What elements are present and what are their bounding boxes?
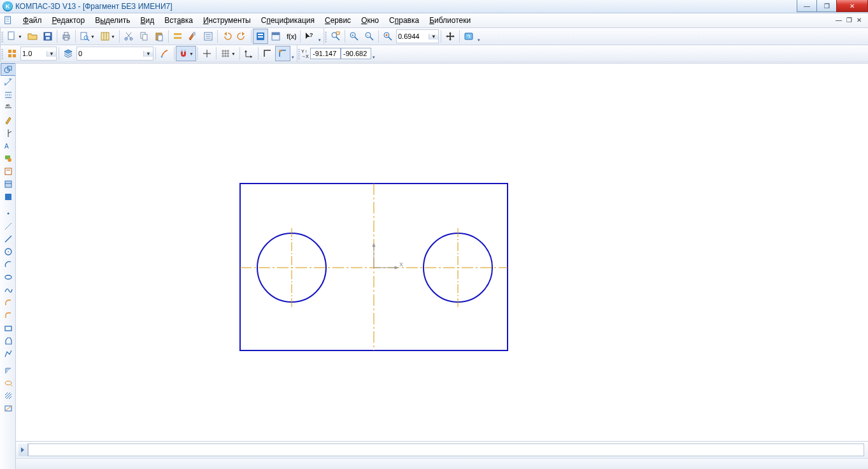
menu-view[interactable]: Вид (136, 15, 160, 26)
menu-select[interactable]: Выделить (90, 15, 135, 26)
save-button[interactable] (40, 29, 55, 44)
panel-toggle-button[interactable] (18, 444, 28, 456)
new-document-button[interactable]: ▼ (4, 29, 25, 44)
toolbar-overflow-2[interactable]: ▾ (476, 29, 481, 44)
refresh-button[interactable] (461, 29, 476, 44)
undo-button[interactable] (219, 29, 234, 44)
library-button[interactable]: ▼ (97, 29, 118, 44)
ortho-all-button[interactable] (199, 46, 215, 61)
coord-y-input[interactable] (341, 48, 371, 59)
tool-line-button[interactable] (1, 233, 16, 245)
drawing-canvas[interactable]: X (16, 63, 868, 441)
mdi-document-icon[interactable] (3, 15, 14, 26)
coord-x-input[interactable] (310, 48, 341, 59)
preview-button[interactable]: ▼ (77, 29, 97, 44)
zoom-selected-button[interactable] (380, 29, 395, 44)
manager-button[interactable] (253, 29, 268, 44)
paste-button[interactable] (152, 29, 167, 44)
ortho-button[interactable] (260, 46, 275, 61)
side-measure-button[interactable]: A (1, 140, 16, 152)
zoom-combo[interactable]: ▼ (396, 29, 439, 43)
layer-combo[interactable]: ▼ (76, 47, 153, 61)
toolbar-overflow-1[interactable]: ▾ (317, 29, 322, 44)
copy-props-button[interactable] (185, 29, 201, 44)
cut-button[interactable] (121, 29, 136, 44)
command-input[interactable] (28, 444, 864, 456)
redo-button[interactable] (234, 29, 250, 44)
variables-panel-button[interactable] (268, 29, 283, 44)
round-button[interactable] (275, 46, 290, 61)
menu-file[interactable]: Файл (18, 15, 47, 26)
tool-ellipse-button[interactable] (1, 271, 16, 284)
zoom-value-input[interactable] (397, 31, 429, 41)
zoom-box-button[interactable] (328, 29, 343, 44)
toolbar-overflow-4[interactable]: ▾ (371, 46, 376, 61)
axis-x-label: X (399, 261, 403, 268)
side-select-button[interactable] (1, 152, 16, 165)
layer-input[interactable] (77, 48, 143, 59)
window-controls: — ❐ ✕ (797, 0, 868, 12)
side-param-button[interactable] (1, 127, 16, 140)
tool-chamfer-button[interactable] (1, 296, 16, 309)
linewidth-combo[interactable]: ▼ (20, 47, 57, 61)
side-dimensions-button[interactable] (1, 76, 16, 89)
side-geometry-button[interactable] (1, 63, 16, 76)
tool-gather-button[interactable] (1, 402, 16, 415)
grid-button[interactable]: ▼ (218, 46, 238, 61)
tool-spline-button[interactable] (1, 284, 16, 296)
zoom-in-button[interactable]: + (346, 29, 362, 44)
print-button[interactable] (59, 29, 74, 44)
help-cursor-button[interactable]: ? (302, 29, 317, 44)
tool-equi-button[interactable] (1, 364, 16, 377)
menu-editor[interactable]: Редактор (47, 15, 90, 26)
window-close-button[interactable]: ✕ (836, 0, 868, 12)
menu-tools[interactable]: Инструменты (198, 15, 256, 26)
window-minimize-button[interactable]: — (797, 0, 817, 12)
tool-contour-button[interactable] (1, 347, 16, 360)
mdi-close-button[interactable]: ✕ (854, 15, 864, 24)
tool-arc-button[interactable] (1, 258, 16, 271)
menu-help[interactable]: Справка (384, 15, 424, 26)
tool-copy-curve-button[interactable] (1, 377, 16, 389)
tool-auxline-button[interactable] (1, 220, 16, 233)
fx-button[interactable]: f(x) (283, 29, 299, 44)
menu-service[interactable]: Сервис (320, 15, 356, 26)
local-cs-button[interactable] (241, 46, 257, 61)
layers-icon[interactable] (60, 46, 76, 61)
tool-fillet-button[interactable] (1, 309, 16, 322)
tool-point-button[interactable] (1, 207, 16, 220)
layer-dropdown-button[interactable]: ▼ (143, 51, 153, 57)
zoom-out-button[interactable]: - (362, 29, 377, 44)
open-button[interactable] (25, 29, 40, 44)
tool-circle-button[interactable] (1, 245, 16, 258)
menu-window[interactable]: Окно (356, 15, 384, 26)
menu-insert[interactable]: Вставка (159, 15, 198, 26)
side-spec-button[interactable] (1, 165, 16, 178)
zoom-dropdown-button[interactable]: ▼ (429, 34, 438, 40)
side-symbols-button[interactable] (1, 89, 16, 101)
list-button[interactable] (201, 29, 216, 44)
menu-libs[interactable]: Библиотеки (424, 15, 476, 26)
style-button[interactable] (157, 46, 173, 61)
svg-rect-7 (46, 37, 50, 40)
current-state-button[interactable] (4, 46, 20, 61)
tool-rect-button[interactable] (1, 322, 16, 335)
toolbar-overflow-3[interactable]: ▾ (290, 46, 295, 61)
side-report-button[interactable] (1, 178, 16, 191)
pan-button[interactable] (443, 29, 458, 44)
mdi-maximize-button[interactable]: ❐ (844, 15, 854, 24)
linewidth-input[interactable] (21, 48, 46, 59)
properties-button[interactable] (170, 29, 185, 44)
side-edit-button[interactable] (1, 114, 16, 127)
window-maximize-button[interactable]: ❐ (816, 0, 837, 12)
menu-bar: Файл Редактор Выделить Вид Вставка Инстр… (0, 13, 868, 28)
mdi-minimize-button[interactable]: — (834, 15, 844, 24)
tool-hatch-button[interactable] (1, 389, 16, 402)
copy-button[interactable] (136, 29, 152, 44)
side-view-button[interactable] (1, 191, 16, 203)
menu-spec[interactable]: Спецификация (256, 15, 320, 26)
linewidth-dropdown-button[interactable]: ▼ (46, 51, 56, 57)
side-text-button[interactable]: ab (1, 101, 16, 114)
snap-magnet-button[interactable]: ▼ (176, 46, 196, 61)
tool-polygon-button[interactable] (1, 335, 16, 347)
